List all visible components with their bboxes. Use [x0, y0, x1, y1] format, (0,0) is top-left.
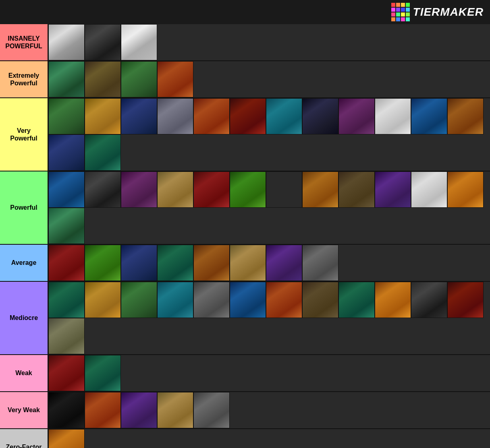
dragon-card[interactable] — [266, 245, 302, 281]
dragon-card[interactable] — [48, 245, 85, 281]
dragon-image — [448, 172, 484, 208]
dragon-card[interactable] — [121, 61, 157, 97]
dragon-card[interactable] — [85, 61, 121, 97]
dragon-card[interactable] — [411, 282, 447, 318]
dragon-card[interactable] — [157, 245, 193, 281]
dragon-card[interactable] — [48, 61, 85, 97]
tier-row-very-weak: Very Weak — [0, 392, 490, 429]
dragon-image — [121, 99, 157, 134]
dragon-card[interactable] — [48, 355, 85, 391]
dragon-image — [266, 172, 302, 208]
dragon-card[interactable] — [338, 171, 375, 208]
dragon-image — [49, 62, 85, 97]
dragon-card[interactable] — [121, 24, 157, 60]
tier-label-very-weak: Very Weak — [0, 392, 48, 428]
dragon-card[interactable] — [193, 392, 230, 428]
dragon-card[interactable] — [157, 282, 193, 318]
dragon-card[interactable] — [121, 245, 157, 281]
dragon-card[interactable] — [302, 282, 338, 318]
dragon-card[interactable] — [230, 98, 266, 134]
dragon-image — [85, 245, 121, 281]
dragon-card[interactable] — [85, 24, 121, 60]
dragon-image — [85, 25, 121, 60]
dragon-card[interactable] — [121, 282, 157, 318]
dragon-card[interactable] — [338, 282, 375, 318]
dragon-card[interactable] — [193, 171, 230, 208]
dragon-card[interactable] — [85, 245, 121, 281]
logo-cell — [391, 12, 395, 17]
dragon-card[interactable] — [157, 171, 193, 208]
dragon-image — [230, 99, 266, 134]
dragon-card[interactable] — [48, 98, 85, 134]
tier-content-average — [48, 245, 490, 281]
dragon-card[interactable] — [338, 98, 375, 134]
logo-cell — [396, 8, 400, 12]
dragon-image — [303, 172, 338, 208]
dragon-image — [49, 99, 85, 134]
dragon-image — [339, 99, 375, 134]
dragon-card[interactable] — [193, 98, 230, 134]
dragon-card[interactable] — [121, 171, 157, 208]
dragon-card[interactable] — [157, 392, 193, 428]
tier-row-extremely: Extremely Powerful — [0, 61, 490, 98]
logo-cell — [401, 17, 405, 21]
dragon-card[interactable] — [157, 61, 193, 97]
tier-label-average: Average — [0, 245, 48, 281]
dragon-card[interactable] — [48, 134, 85, 171]
dragon-card[interactable] — [302, 98, 338, 134]
dragon-card[interactable] — [48, 208, 85, 244]
dragon-card[interactable] — [230, 245, 266, 281]
dragon-card[interactable] — [48, 392, 85, 428]
tier-row-average: Average — [0, 245, 490, 282]
dragon-card[interactable] — [230, 171, 266, 208]
dragon-card[interactable] — [48, 171, 85, 208]
dragon-card[interactable] — [85, 171, 121, 208]
dragon-image — [49, 135, 85, 171]
dragon-card[interactable] — [447, 171, 484, 208]
dragon-card[interactable] — [85, 282, 121, 318]
dragon-card[interactable] — [411, 98, 447, 134]
dragon-card[interactable] — [157, 98, 193, 134]
tier-label-mediocre: Mediocre — [0, 282, 48, 354]
dragon-image — [85, 392, 121, 428]
tier-content-insanely — [48, 24, 490, 60]
logo-cell — [396, 12, 400, 17]
tier-row-very-powerful: Very Powerful — [0, 98, 490, 171]
dragon-image — [121, 282, 157, 318]
dragon-card[interactable] — [302, 171, 338, 208]
dragon-card[interactable] — [48, 282, 85, 318]
dragon-card[interactable] — [48, 24, 85, 60]
dragon-image — [230, 172, 266, 208]
dragon-card[interactable] — [85, 134, 121, 171]
dragon-card[interactable] — [230, 282, 266, 318]
dragon-card[interactable] — [193, 282, 230, 318]
dragon-image — [411, 282, 447, 318]
dragon-card[interactable] — [193, 245, 230, 281]
dragon-image — [121, 62, 157, 97]
tier-content-extremely — [48, 61, 490, 97]
dragon-card[interactable] — [302, 245, 338, 281]
dragon-card[interactable] — [375, 171, 411, 208]
dragon-card[interactable] — [375, 98, 411, 134]
dragon-card[interactable] — [447, 98, 484, 134]
tiermaker-container: TiERMAKER INSANELY POWERFULExtremely Pow… — [0, 0, 490, 448]
dragon-card[interactable] — [121, 98, 157, 134]
dragon-card[interactable] — [48, 318, 85, 354]
dragon-image — [85, 282, 121, 318]
dragon-card[interactable] — [266, 98, 302, 134]
dragon-card[interactable] — [447, 282, 484, 318]
dragon-card[interactable] — [48, 429, 85, 448]
dragon-image — [49, 318, 85, 354]
dragon-card[interactable] — [85, 355, 121, 391]
dragon-image — [339, 282, 375, 318]
dragon-card[interactable] — [375, 282, 411, 318]
dragon-card[interactable] — [266, 171, 302, 208]
tier-content-mediocre — [48, 282, 490, 354]
dragon-card[interactable] — [411, 171, 447, 208]
dragon-card[interactable] — [85, 392, 121, 428]
dragon-image — [85, 172, 121, 208]
dragon-card[interactable] — [121, 392, 157, 428]
dragon-card[interactable] — [266, 282, 302, 318]
dragon-card[interactable] — [85, 98, 121, 134]
dragon-image — [448, 99, 484, 134]
